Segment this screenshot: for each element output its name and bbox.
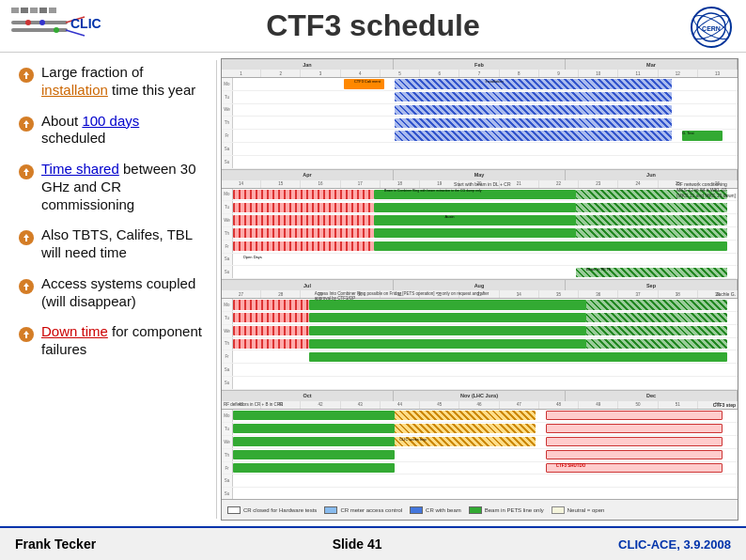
month-dec: Dec: [566, 391, 738, 401]
day-row-th-3: Th: [222, 338, 738, 351]
day-content-fr-2: [233, 241, 738, 253]
day-label-fr-3: Fr: [222, 350, 233, 363]
annotation-ctf3-step: CTF3 step: [713, 402, 736, 408]
day-row-mo-1: Mo CTF3 Cali ment Installation: [222, 78, 738, 91]
block-installation-tu: [395, 92, 672, 101]
block-hatch-green-we: [576, 215, 727, 225]
day-content-fr-1: G. Test: [233, 130, 738, 142]
day-row-su-1: Su: [222, 156, 738, 169]
block-hatch-mo3: [586, 300, 727, 309]
svg-rect-12: [39, 8, 47, 13]
week-23: 23: [579, 180, 618, 188]
schedule-band-jul-sep: Jul Aug Sep 27 28 29 30 31 32 33 34 35: [222, 280, 738, 391]
legend-item-4: Beam in PETS line only: [469, 506, 544, 514]
bullet-highlight-timeshared: Time shared: [41, 161, 119, 177]
week-14: 14: [222, 180, 261, 188]
week-5: 5: [381, 70, 420, 77]
block-shutdown-we4: [546, 437, 723, 446]
week-9: 9: [539, 70, 579, 77]
right-panel: Jan Feb Mar 1 2 3 4 5 6 7 8 9 10: [217, 53, 746, 526]
bullet-icon-4: [17, 228, 36, 247]
bullet-icon-6: [17, 325, 36, 344]
legend-box-1: [227, 506, 241, 514]
day-label-we-1: We: [222, 104, 233, 117]
bullet-item-6: Down time for component failures: [17, 323, 207, 359]
block-stripe-fr: [233, 241, 374, 251]
label-auxin: Auxin: [445, 214, 455, 219]
day-content-su-2: Beam in PETS: [233, 266, 738, 278]
block-hatch-th3: [586, 339, 727, 349]
block-shutdown-th4: [546, 450, 723, 459]
day-label-we-4: We: [222, 436, 233, 448]
schedule-band-jan-mar: Jan Feb Mar 1 2 3 4 5 6 7 8 9 10: [222, 59, 738, 170]
block-hatch-green-th: [576, 228, 727, 238]
day-label-we-2: We: [222, 214, 233, 226]
day-label-tu-2: Tu: [222, 201, 233, 213]
day-label-su-2: Su: [222, 266, 233, 278]
day-content-we-3: [233, 325, 738, 337]
footer-slide: Slide 41: [333, 537, 382, 552]
day-content-tu-1: [233, 91, 738, 103]
legend-box-2: [324, 506, 337, 514]
month-jan: Jan: [222, 59, 394, 70]
block-hatch-we3: [586, 326, 727, 335]
week-7: 7: [459, 70, 499, 77]
day-label-sa-4: Sa: [222, 474, 233, 487]
block-green-mo3: [309, 300, 586, 309]
legend-label-1: CR closed for Hardware tests: [243, 507, 317, 513]
svg-rect-10: [21, 8, 28, 13]
legend-label-5: Neutral = open: [567, 507, 605, 513]
week-24: 24: [618, 180, 658, 188]
label-open-days: Open Days: [243, 255, 262, 259]
legend-item-1: CR closed for Hardware tests: [227, 506, 317, 514]
day-content-su-3: [233, 377, 738, 389]
week-4: 4: [341, 70, 381, 77]
day-row-we-2: We Auxin: [222, 214, 738, 227]
week-1: 1: [222, 70, 261, 77]
legend-label-4: Beam in PETS line only: [485, 507, 544, 513]
legend-box-4: [469, 506, 482, 514]
day-content-th-3: [233, 338, 738, 350]
week-10: 10: [579, 70, 618, 77]
block-green-th4: [233, 450, 395, 459]
day-label-mo-4: Mo: [222, 410, 233, 422]
legend-label-3: CR with beam: [426, 507, 461, 513]
day-label-tu-1: Tu: [222, 91, 233, 103]
week-3: 3: [301, 70, 340, 77]
day-row-tu-3: Tu: [222, 312, 738, 325]
main-content: Large fraction of installation time this…: [0, 53, 746, 526]
day-row-mo-4: Mo: [222, 410, 738, 423]
day-label-th-1: Th: [222, 117, 233, 129]
day-label-fr-2: Fr: [222, 241, 233, 253]
bullet-highlight-downtime: Down time: [41, 323, 108, 339]
svg-rect-11: [30, 8, 38, 13]
day-label-mo-1: Mo: [222, 78, 233, 90]
block-stripe-mo3: [233, 300, 309, 309]
month-nov: Nov (LHC Jura): [394, 391, 566, 401]
week-50: 50: [618, 401, 658, 409]
label-ctf-cali: CTF3 Cali ment: [354, 79, 381, 84]
day-content-sa-4: [233, 474, 738, 487]
month-jun: Jun: [566, 170, 738, 180]
block-clic-mo4: [395, 411, 536, 420]
bullet-text-2: About 100 days scheduled: [41, 113, 207, 148]
svg-rect-9: [11, 8, 19, 13]
block-green-tu4: [233, 424, 395, 433]
block-green-tu3: [309, 313, 586, 322]
day-row-mo-3: Mo: [222, 299, 738, 312]
block-stripe-we3: [233, 326, 309, 335]
day-label-tu-4: Tu: [222, 423, 233, 435]
week-18: 18: [381, 180, 420, 188]
band-days-4: Mo Tu: [222, 410, 738, 502]
day-label-fr-4: Fr: [222, 462, 233, 474]
day-row-tu-2: Tu: [222, 201, 738, 214]
week-13: 13: [698, 70, 738, 77]
day-row-su-2: Su Beam in PETS: [222, 266, 738, 279]
legend-item-3: CR with beam: [410, 506, 461, 514]
page-title: CTF3 schedule: [266, 8, 480, 43]
block-stripe-th: [233, 228, 374, 238]
band-days-3: Mo Tu: [222, 299, 738, 390]
bullet-text-6: Down time for component failures: [41, 323, 207, 359]
bullet-highlight-100days: 100 days: [82, 113, 139, 129]
day-label-sa-3: Sa: [222, 364, 233, 376]
